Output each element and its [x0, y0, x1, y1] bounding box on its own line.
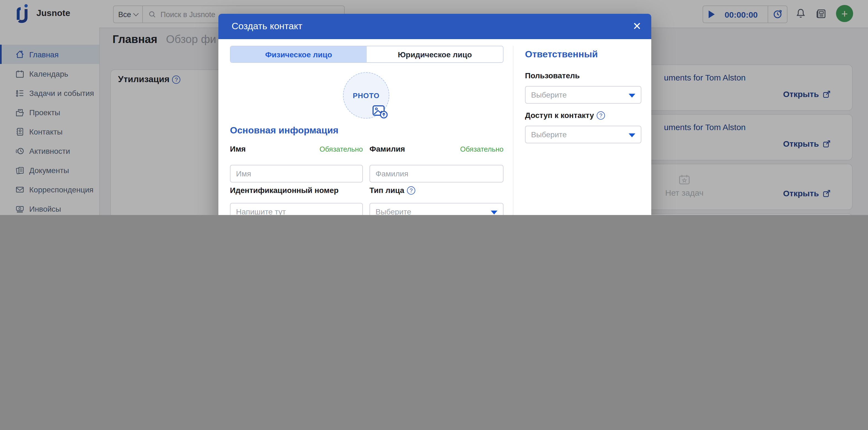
person-type-select[interactable]: Выберите	[370, 203, 503, 215]
first-name-label: Имя	[230, 144, 246, 153]
required-badge: Обязательно	[460, 145, 503, 153]
photo-upload-icon[interactable]	[372, 105, 389, 119]
help-question-icon[interactable]: ?	[597, 111, 605, 119]
person-type-label: Тип лица	[370, 186, 404, 195]
user-select-label: Пользователь	[525, 71, 580, 80]
contact-access-value: Выберите	[531, 130, 567, 139]
app-window: Jusnote Главная Календарь Задачи и событ…	[0, 0, 868, 215]
modal-title: Создать контакт	[231, 14, 303, 39]
contact-type-tabs: Физическое лицо Юридическое лицо	[230, 46, 503, 63]
dropdown-caret-icon	[629, 94, 635, 98]
access-label: Доступ к контакту	[525, 111, 594, 120]
create-contact-modal: Создать контакт ✕ Физическое лицо Юридич…	[218, 14, 651, 215]
modal-header: Создать контакт ✕	[218, 14, 651, 39]
help-question-icon[interactable]: ?	[407, 186, 415, 194]
dropdown-caret-icon	[491, 210, 497, 214]
section-responsible: Ответственный	[525, 49, 598, 60]
photo-label: PHOTO	[353, 91, 380, 100]
tab-legal-entity[interactable]: Юридическое лицо	[367, 46, 503, 62]
dropdown-caret-icon	[629, 133, 635, 137]
last-name-input[interactable]	[370, 165, 503, 183]
person-type-value: Выберите	[376, 207, 411, 215]
panel-divider	[513, 46, 514, 215]
id-number-label: Идентификационный номер	[230, 186, 339, 195]
id-number-input[interactable]	[230, 203, 363, 215]
last-name-label: Фамилия	[370, 144, 405, 153]
close-icon[interactable]: ✕	[632, 20, 641, 33]
contact-access-select[interactable]: Выберите	[525, 126, 641, 143]
tab-individual[interactable]: Физическое лицо	[230, 46, 367, 62]
required-badge: Обязательно	[319, 145, 363, 153]
first-name-input[interactable]	[230, 165, 363, 183]
photo-upload-area[interactable]: PHOTO	[343, 72, 389, 119]
responsible-user-value: Выберите	[531, 90, 567, 99]
section-main-info: Основная информация	[230, 125, 338, 136]
responsible-user-select[interactable]: Выберите	[525, 86, 641, 104]
